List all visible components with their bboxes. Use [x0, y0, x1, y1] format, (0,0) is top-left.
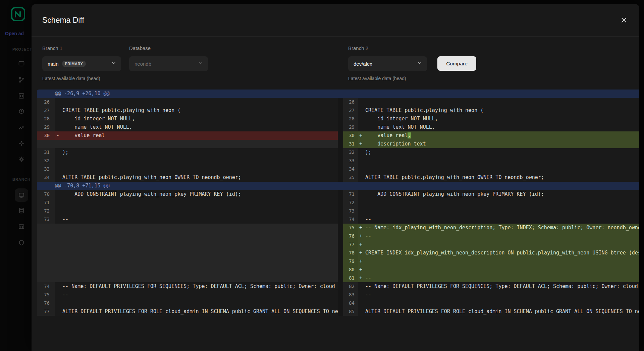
line-number: 26 — [343, 98, 358, 106]
diff-cell: 26 — [37, 98, 338, 106]
line-number: 31 — [343, 140, 358, 148]
code-line — [358, 165, 639, 173]
code-line — [55, 165, 338, 173]
diff-row: 79+ — [37, 257, 639, 266]
diff-cell: 26 — [343, 98, 639, 106]
diff-row: 34 ALTER TABLE public.playing_with_neon … — [37, 173, 639, 182]
diff-cell — [37, 224, 338, 232]
diff-row: 31 );32 ); — [37, 148, 639, 157]
database-value: neondb — [135, 61, 151, 67]
code-line: + description text — [358, 140, 639, 148]
diff-row: 75 --83 -- — [37, 291, 639, 299]
word-diff-highlight: , — [408, 132, 411, 138]
diff-row: 74 -- Name: DEFAULT PRIVILEGES FOR SEQUE… — [37, 282, 639, 291]
branch1-hint: Latest available data (head) — [42, 76, 100, 81]
code-line: +-- — [358, 232, 639, 240]
primary-badge: PRIMARY — [62, 61, 86, 67]
database-select[interactable]: neondb — [129, 56, 208, 71]
diff-row: 29 name text NOT NULL,29 name text NOT N… — [37, 123, 639, 131]
code-line — [55, 249, 338, 257]
panel-gap — [338, 291, 343, 299]
code-line — [55, 198, 338, 207]
code-line — [55, 140, 338, 148]
diff-row: 32 33 — [37, 157, 639, 165]
branch2-value: dev/alex — [354, 61, 372, 67]
line-number — [37, 240, 55, 249]
diff-cell: 71 — [37, 198, 338, 207]
panel-gap — [338, 131, 343, 140]
code-line: CREATE TABLE public.playing_with_neon ( — [55, 106, 338, 115]
diff-row: 76 84 — [37, 299, 639, 307]
diff-cell: 31 ); — [37, 148, 338, 157]
diff-cell: 77 ALTER DEFAULT PRIVILEGES FOR ROLE clo… — [37, 307, 338, 316]
diff-cell: 79+ — [343, 257, 639, 266]
panel-gap — [338, 274, 343, 282]
code-line: -- — [55, 215, 338, 224]
diff-cell: 33 — [343, 157, 639, 165]
code-line: + value real, — [358, 131, 639, 140]
diff-row: 78+CREATE INDEX idx_playing_with_neon_de… — [37, 249, 639, 257]
line-number: 32 — [343, 148, 358, 157]
line-number: 28 — [37, 115, 55, 123]
diff-cell: 71 ADD CONSTRAINT playing_with_neon_pkey… — [343, 190, 639, 198]
diff-hunk-header: @@ -70,8 +71,15 @@ — [37, 182, 639, 190]
code-line: ); — [358, 148, 639, 157]
panel-gap — [338, 257, 343, 266]
diff-row: 30- value real30+ value real, — [37, 131, 639, 140]
line-number: 30 — [343, 131, 358, 140]
line-number: 74 — [343, 215, 358, 224]
code-line: -- — [55, 291, 338, 299]
line-number: 73 — [343, 207, 358, 215]
code-line — [55, 274, 338, 282]
code-line: +-- Name: idx_playing_with_neon_descript… — [358, 224, 639, 232]
panel-gap — [338, 173, 343, 182]
line-number — [37, 140, 55, 148]
panel-gap — [338, 157, 343, 165]
panel-gap — [338, 240, 343, 249]
line-number: 72 — [343, 198, 358, 207]
branch1-select[interactable]: main PRIMARY — [42, 56, 121, 71]
diff-row: 75+-- Name: idx_playing_with_neon_descri… — [37, 224, 639, 232]
code-line: + — [358, 266, 639, 274]
line-number: 73 — [37, 215, 55, 224]
diff-cell: 34 — [343, 165, 639, 173]
code-line: - value real — [55, 131, 338, 140]
line-number: 75 — [37, 291, 55, 299]
line-number: 28 — [343, 115, 358, 123]
branch2-select[interactable]: dev/alex — [348, 56, 427, 71]
close-icon[interactable] — [619, 15, 629, 25]
code-line: ALTER TABLE public.playing_with_neon OWN… — [55, 173, 338, 182]
compare-button[interactable]: Compare — [437, 56, 476, 71]
panel-gap — [338, 106, 343, 115]
line-number — [37, 266, 55, 274]
diff-hunk-header: @@ -26,9 +26,10 @@ — [37, 90, 639, 98]
line-number: 75 — [343, 224, 358, 232]
diff-cell: 30+ value real, — [343, 131, 639, 140]
line-number — [37, 274, 55, 282]
app-root: Open ad PROJECT — [0, 0, 644, 351]
code-line: +-- — [358, 274, 639, 282]
code-line — [358, 299, 639, 307]
diff-cell: 76 — [37, 299, 338, 307]
code-line: -- — [358, 215, 639, 224]
panel-gap — [338, 224, 343, 232]
diff-cell — [37, 274, 338, 282]
code-line — [55, 232, 338, 240]
code-line: -- Name: DEFAULT PRIVILEGES FOR SEQUENCE… — [55, 282, 338, 291]
line-number: 70 — [37, 190, 55, 198]
line-number — [37, 224, 55, 232]
panel-gap — [338, 115, 343, 123]
panel-gap — [338, 249, 343, 257]
diff-cell: 81+-- — [343, 274, 639, 282]
diff-row: 72 73 — [37, 207, 639, 215]
diff-cell: 34 ALTER TABLE public.playing_with_neon … — [37, 173, 338, 182]
panel-gap — [338, 190, 343, 198]
code-line — [55, 257, 338, 266]
code-line — [358, 157, 639, 165]
diff-cell: 74 -- Name: DEFAULT PRIVILEGES FOR SEQUE… — [37, 282, 338, 291]
diff-cell: 72 — [37, 207, 338, 215]
diff-cell: 35 ALTER TABLE public.playing_with_neon … — [343, 173, 639, 182]
panel-gap — [338, 98, 343, 106]
diff-row: 76+-- — [37, 232, 639, 240]
diff-cell: 33 — [37, 165, 338, 173]
